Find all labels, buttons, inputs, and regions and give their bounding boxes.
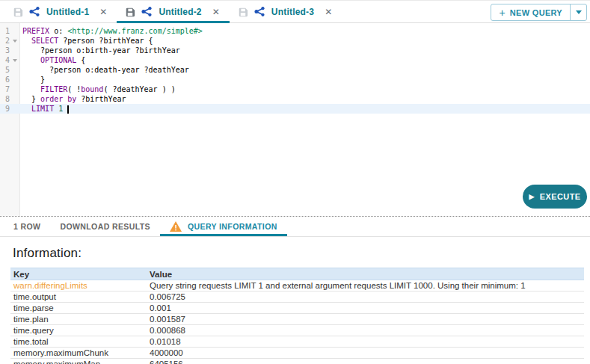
plus-icon: + [499, 7, 505, 19]
results-tab[interactable]: DOWNLOAD RESULTS [50, 217, 160, 236]
code-token: o: [49, 27, 67, 35]
code-token [22, 56, 40, 64]
graph-icon [141, 6, 153, 17]
line-number: 9 [0, 104, 10, 114]
info-value: 0.01018 [147, 336, 584, 348]
query-tab[interactable]: Untitled-3 ✕ [230, 1, 342, 22]
code-token: ?person o:death-year ?deathYear [22, 66, 189, 74]
info-key: time.parse [10, 303, 147, 314]
line-number: 6 [0, 75, 10, 84]
new-query-split-button: + NEW QUERY [491, 4, 587, 21]
results-tab[interactable]: QUERY INFORMATION [160, 217, 287, 236]
code-line: 9 LIMIT 1 [0, 104, 590, 114]
query-information-table: Key Value warn.differingLimits Query str… [10, 268, 584, 364]
code-token: LIMIT [31, 105, 54, 113]
play-icon: ▶ [529, 194, 534, 200]
code-token: OPTIONAL [40, 56, 76, 64]
results-tab-label: 1 ROW [13, 222, 40, 231]
info-key: time.query [10, 325, 147, 336]
code-line: 2 SELECT ?person ?birthYear { [0, 36, 590, 46]
results-panel: 1 ROW DOWNLOAD RESULTS QUERY INFORMATION… [0, 216, 590, 364]
code-token: } [22, 75, 45, 84]
code-line: 1 PREFIX o: <http://www.franz.com/simple… [0, 26, 590, 36]
info-value: 0.000868 [147, 325, 584, 336]
close-icon[interactable]: ✕ [98, 7, 108, 17]
save-icon[interactable] [125, 7, 135, 17]
info-key: memory.maximumMap [10, 359, 147, 364]
code-token: ( ?deathYear ) ) [103, 85, 175, 93]
chevron-down-icon [576, 10, 582, 14]
code-token [22, 37, 31, 45]
results-tab[interactable]: 1 ROW [13, 217, 50, 236]
text-cursor [67, 105, 69, 114]
fold-arrow-icon[interactable] [10, 40, 19, 43]
code-line-content: ?person o:birth-year ?birthYear [19, 46, 180, 55]
sparql-query-editor-app: Untitled-1 ✕ Untitled-2 ✕ [0, 0, 590, 364]
info-value: 0.001587 [147, 314, 584, 325]
table-row: time.output 0.006725 [10, 291, 584, 303]
information-heading: Information: [13, 246, 590, 261]
warning-icon [170, 221, 182, 232]
code-token: by [67, 95, 76, 103]
key-column-header: Key [10, 268, 147, 280]
code-line: 5 ?person o:death-year ?deathYear [0, 65, 590, 75]
results-tab-label: DOWNLOAD RESULTS [60, 222, 150, 231]
line-number: 1 [0, 26, 10, 36]
table-row: memory.maximumMap 6405156 [10, 359, 584, 364]
info-key: time.plan [10, 314, 147, 325]
table-row: time.query 0.000868 [10, 325, 584, 336]
code-line-content: OPTIONAL { [19, 55, 85, 65]
info-value: Query string requests LIMIT 1 and extern… [147, 280, 584, 291]
info-value: 4000000 [147, 348, 584, 359]
info-value: 6405156 [147, 359, 584, 364]
graph-icon [29, 6, 40, 17]
info-value: 0.001 [147, 303, 584, 314]
execute-button[interactable]: ▶ EXECUTE [523, 185, 587, 209]
code-token: ?person ?birthYear { [58, 37, 153, 45]
code-token: ?birthYear [76, 95, 126, 103]
table-row: warn.differingLimits Query string reques… [10, 280, 584, 291]
new-query-button[interactable]: + NEW QUERY [491, 4, 570, 20]
table-row: time.plan 0.001587 [10, 314, 584, 325]
code-line: 6 } [0, 75, 590, 84]
query-tab[interactable]: Untitled-2 ✕ [117, 1, 229, 22]
code-line-content: LIMIT 1 [19, 104, 69, 114]
info-key: warn.differingLimits [10, 280, 147, 291]
results-tab-label: QUERY INFORMATION [188, 222, 277, 231]
code-lines: 1 PREFIX o: <http://www.franz.com/simple… [0, 23, 590, 114]
code-line-content: SELECT ?person ?birthYear { [19, 36, 153, 46]
code-token: FILTER [40, 85, 67, 93]
new-query-dropdown-button[interactable] [570, 4, 586, 20]
line-number: 5 [0, 65, 10, 75]
execute-label: EXECUTE [540, 192, 581, 201]
close-icon[interactable]: ✕ [323, 7, 334, 17]
line-number: 2 [0, 36, 10, 46]
code-token: } [22, 95, 40, 103]
save-icon[interactable] [13, 7, 23, 17]
value-column-header: Value [147, 268, 584, 280]
code-token: { [76, 56, 85, 64]
code-line: 7 FILTER( !bound( ?deathYear ) ) [0, 84, 590, 94]
fold-arrow-icon[interactable] [10, 59, 19, 62]
query-tab-label: Untitled-2 [159, 7, 201, 17]
code-token [22, 85, 40, 93]
line-number: 8 [0, 94, 10, 104]
info-key: memory.maximumChunk [10, 348, 147, 359]
close-icon[interactable]: ✕ [211, 7, 221, 17]
line-number: 7 [0, 84, 10, 94]
code-line-content: PREFIX o: <http://www.franz.com/simple#> [19, 26, 203, 36]
query-tab[interactable]: Untitled-1 ✕ [4, 1, 117, 22]
code-token [22, 105, 31, 113]
save-icon[interactable] [238, 7, 248, 17]
line-number: 4 [0, 55, 10, 65]
info-key: time.total [10, 336, 147, 348]
new-query-label: NEW QUERY [510, 8, 562, 17]
code-line-content: ?person o:death-year ?deathYear [19, 65, 189, 75]
code-line-content: } order by ?birthYear [19, 94, 126, 104]
code-editor[interactable]: 1 PREFIX o: <http://www.franz.com/simple… [0, 23, 590, 216]
code-line-content: } [19, 75, 45, 84]
code-token: SELECT [31, 37, 58, 45]
graph-icon [254, 6, 265, 17]
code-token: <http://www.franz.com/simple#> [67, 27, 203, 35]
table-row: time.parse 0.001 [10, 303, 584, 314]
